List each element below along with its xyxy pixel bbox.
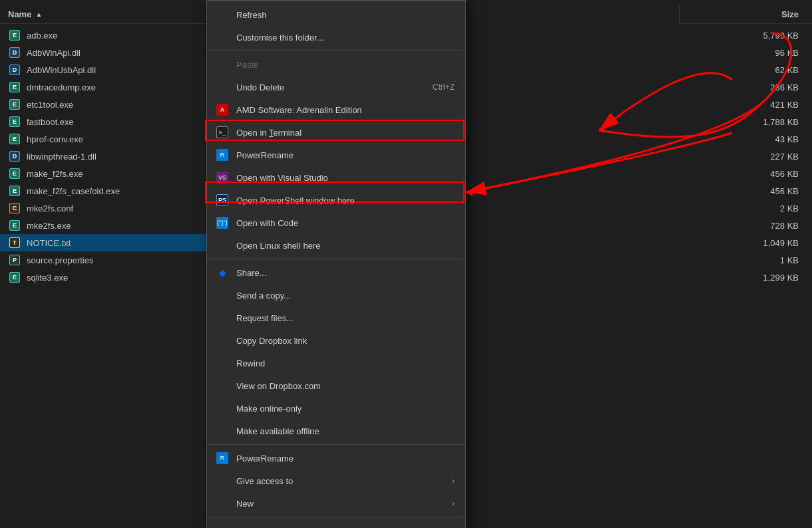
submenu-arrow-icon: ›: [452, 476, 455, 485]
vs-icon: VS: [215, 170, 230, 185]
menu-label: Open in Terminal: [236, 128, 455, 138]
menu-label: Customise this folder...: [236, 33, 455, 43]
list-item[interactable]: E etc1tool.exe: [0, 96, 206, 113]
file-name: etc1tool.exe: [27, 100, 73, 110]
menu-item-paste: Paste: [207, 53, 465, 76]
list-item[interactable]: E fastboot.exe: [0, 113, 206, 130]
powerrename2-icon: R: [215, 451, 230, 465]
menu-item-open-powershell[interactable]: PS Open PowerShell window here: [207, 189, 465, 211]
menu-item-make-offline[interactable]: Make available offline: [207, 420, 465, 442]
menu-item-make-online[interactable]: Make online-only: [207, 397, 465, 420]
menu-label: Copy Dropbox link: [236, 336, 455, 346]
menu-item-open-terminal[interactable]: >_ Open in Terminal: [207, 121, 465, 144]
customise-icon: [215, 30, 230, 45]
size-row: 456 KB: [679, 165, 812, 182]
size-row: 227 KB: [679, 148, 812, 165]
menu-separator: [207, 259, 465, 259]
file-name: fastboot.exe: [27, 117, 74, 127]
menu-item-copy-link[interactable]: Copy Dropbox link: [207, 329, 465, 352]
file-list-header: Name ▲: [0, 5, 206, 24]
list-item[interactable]: E sqlite3.exe: [0, 269, 206, 286]
menu-item-open-vs[interactable]: VS Open with Visual Studio: [207, 166, 465, 189]
list-item[interactable]: E dmtracedump.exe: [0, 78, 206, 96]
list-item[interactable]: E adb.exe: [0, 27, 206, 44]
powershell-icon: PS: [215, 193, 230, 207]
context-menu: Refresh Customise this folder... Paste U…: [206, 0, 466, 528]
make-online-icon: [215, 401, 230, 416]
submenu-arrow-icon: ›: [452, 499, 455, 508]
amd-icon: A: [215, 102, 230, 117]
menu-label: View on Dropbox.com: [236, 381, 455, 391]
file-icon: T: [8, 236, 21, 249]
file-icon: D: [8, 63, 21, 76]
file-icon: C: [8, 201, 21, 215]
list-item[interactable]: D AdbWinApi.dll: [0, 44, 206, 61]
file-name: sqlite3.exe: [27, 273, 68, 283]
vscode-icon: {"}"}: [215, 215, 230, 230]
menu-label: Paste: [236, 60, 455, 70]
file-icon: E: [8, 271, 21, 284]
menu-label: Open Linux shell here: [236, 241, 455, 251]
menu-separator: [207, 444, 465, 445]
list-item[interactable]: E mke2fs.exe: [0, 217, 206, 234]
menu-label: Send a copy...: [236, 291, 455, 301]
list-item[interactable]: E hprof-conv.exe: [0, 130, 206, 148]
menu-item-amd[interactable]: A AMD Software: Adrenalin Edition: [207, 98, 465, 121]
menu-item-give-access[interactable]: Give access to ›: [207, 469, 465, 492]
size-row: 421 KB: [679, 96, 812, 113]
menu-item-refresh[interactable]: Refresh: [207, 3, 465, 26]
file-icon: E: [8, 184, 21, 198]
size-row: 43 KB: [679, 130, 812, 148]
size-row: 5,799 KB: [679, 27, 812, 44]
menu-item-view-dropbox[interactable]: View on Dropbox.com: [207, 374, 465, 397]
file-name: make_f2fs.exe: [27, 169, 83, 179]
new-icon: [215, 496, 230, 511]
size-row: 62 KB: [679, 61, 812, 78]
undo-icon: [215, 80, 230, 94]
dropbox-icon: ◆: [215, 265, 230, 280]
make-offline-icon: [215, 424, 230, 438]
list-item[interactable]: C mke2fs.conf: [0, 199, 206, 217]
file-icon: D: [8, 150, 21, 163]
view-dropbox-icon: [215, 378, 230, 393]
menu-item-open-linux[interactable]: Open Linux shell here: [207, 234, 465, 257]
menu-label: Undo Delete: [236, 82, 419, 92]
size-row: 1,299 KB: [679, 269, 812, 286]
menu-item-new[interactable]: New ›: [207, 492, 465, 515]
menu-label: Open PowerShell window here: [236, 196, 455, 205]
menu-label: Request files...: [236, 313, 455, 323]
file-icon: E: [8, 115, 21, 128]
list-item[interactable]: D libwinpthread-1.dll: [0, 148, 206, 165]
menu-item-send-copy[interactable]: Send a copy...: [207, 284, 465, 307]
menu-item-undo-delete[interactable]: Undo Delete Ctrl+Z: [207, 76, 465, 98]
list-item[interactable]: E make_f2fs_casefold.exe: [0, 182, 206, 199]
file-name: hprof-conv.exe: [27, 134, 83, 144]
file-name: source.properties: [27, 255, 93, 265]
size-row: 236 KB: [679, 78, 812, 96]
file-icon: E: [8, 167, 21, 180]
menu-label: Open with Visual Studio: [236, 173, 455, 183]
menu-item-rewind[interactable]: Rewind: [207, 352, 465, 374]
file-icon: E: [8, 219, 21, 232]
size-column-header: Size: [679, 5, 812, 24]
list-item[interactable]: E make_f2fs.exe: [0, 165, 206, 182]
menu-item-properties[interactable]: Properties: [207, 519, 465, 528]
menu-label: Refresh: [236, 10, 455, 20]
menu-item-powerrename2[interactable]: R PowerRename: [207, 447, 465, 469]
list-item[interactable]: D AdbWinUsbApi.dll: [0, 61, 206, 78]
size-row: 1,788 KB: [679, 113, 812, 130]
linux-icon: [215, 238, 230, 253]
menu-item-powerrename[interactable]: R PowerRename: [207, 144, 465, 166]
menu-item-open-code[interactable]: {"}"} Open with Code: [207, 211, 465, 234]
list-item[interactable]: P source.properties: [0, 251, 206, 269]
menu-label: Open with Code: [236, 218, 455, 228]
menu-item-share[interactable]: ◆ Share...: [207, 261, 465, 284]
svg-marker-3: [466, 188, 474, 196]
list-item-selected[interactable]: T NOTICE.txt: [0, 234, 206, 251]
menu-item-request-files[interactable]: Request files...: [207, 307, 465, 329]
size-row: 96 KB: [679, 44, 812, 61]
size-row: 1 KB: [679, 251, 812, 269]
file-name: adb.exe: [27, 31, 57, 41]
menu-item-customise[interactable]: Customise this folder...: [207, 26, 465, 49]
file-name: make_f2fs_casefold.exe: [27, 186, 120, 196]
